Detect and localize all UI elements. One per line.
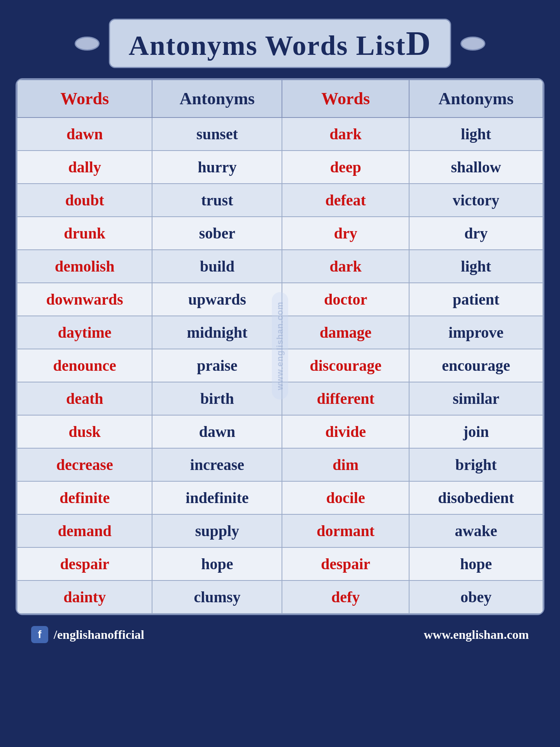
word-cell-2: dark [282,250,409,283]
antonym-cell-2: shallow [409,151,543,184]
antonym-cell: supply [152,514,282,547]
table-row: daintyclumsydefyobey [17,580,543,614]
word-cell: dawn [17,117,152,151]
word-cell: decrease [17,448,152,481]
antonyms-table-container: Words Antonyms Words Antonyms dawnsunset… [16,78,544,615]
antonym-cell: midnight [152,316,282,349]
word-cell: dainty [17,580,152,614]
antonym-cell-2: light [409,117,543,151]
table-row: denouncepraisediscourageencourage [17,349,543,382]
word-cell: demand [17,514,152,547]
table-row: doubttrustdefeatvictory [17,184,543,217]
antonym-cell-2: light [409,250,543,283]
antonym-cell: hope [152,547,282,580]
table-row: decreaseincreasedimbright [17,448,543,481]
word-cell: death [17,382,152,415]
table-row: daytimemidnightdamageimprove [17,316,543,349]
antonyms-table: Words Antonyms Words Antonyms dawnsunset… [17,79,543,614]
antonym-cell-2: patient [409,283,543,316]
header-oval-left [75,37,100,51]
word-cell: demolish [17,250,152,283]
word-cell-2: dormant [282,514,409,547]
word-cell: definite [17,481,152,514]
table-row: downwardsupwardsdoctorpatient [17,283,543,316]
antonym-cell-2: encourage [409,349,543,382]
page-footer: f /englishanofficial www.englishan.com [16,618,544,651]
header-oval-right [460,37,485,51]
facebook-icon: f [31,626,48,643]
footer-social: f /englishanofficial [31,626,144,643]
antonym-cell: upwards [152,283,282,316]
title-text: Antonyms Words List [129,30,406,61]
antonym-cell: hurry [152,151,282,184]
antonym-cell: sunset [152,117,282,151]
antonym-cell-2: improve [409,316,543,349]
table-header: Words Antonyms Words Antonyms [17,80,543,117]
antonym-cell: praise [152,349,282,382]
word-cell-2: dry [282,217,409,250]
antonym-cell: clumsy [152,580,282,614]
table-row: dallyhurrydeepshallow [17,151,543,184]
antonym-cell: increase [152,448,282,481]
antonym-cell-2: awake [409,514,543,547]
word-cell-2: docile [282,481,409,514]
table-row: drunksoberdrydry [17,217,543,250]
antonym-cell-2: hope [409,547,543,580]
antonym-cell-2: disobedient [409,481,543,514]
table-row: despairhopedespairhope [17,547,543,580]
col-antonyms-1: Antonyms [152,80,282,117]
table-row: deathbirthdifferentsimilar [17,382,543,415]
antonym-cell-2: obey [409,580,543,614]
col-words-1: Words [17,80,152,117]
antonym-cell-2: victory [409,184,543,217]
word-cell: dusk [17,415,152,448]
page-title: Antonyms Words ListD [109,19,451,68]
word-cell-2: doctor [282,283,409,316]
word-cell: denounce [17,349,152,382]
word-cell: drunk [17,217,152,250]
page-header: Antonyms Words ListD [16,12,544,77]
word-cell-2: dark [282,117,409,151]
word-cell: daytime [17,316,152,349]
antonym-cell: build [152,250,282,283]
antonym-cell-2: dry [409,217,543,250]
antonym-cell: birth [152,382,282,415]
word-cell: dally [17,151,152,184]
col-words-2: Words [282,80,409,117]
header-row: Words Antonyms Words Antonyms [17,80,543,117]
word-cell-2: damage [282,316,409,349]
table-body: dawnsunsetdarklightdallyhurrydeepshallow… [17,117,543,614]
antonym-cell: trust [152,184,282,217]
word-cell-2: discourage [282,349,409,382]
word-cell-2: different [282,382,409,415]
word-cell-2: despair [282,547,409,580]
word-cell-2: defeat [282,184,409,217]
footer-website: www.englishan.com [424,628,529,642]
word-cell: doubt [17,184,152,217]
word-cell-2: deep [282,151,409,184]
table-row: demandsupplydormantawake [17,514,543,547]
antonym-cell-2: join [409,415,543,448]
table-row: demolishbuilddarklight [17,250,543,283]
antonym-cell: dawn [152,415,282,448]
word-cell-2: divide [282,415,409,448]
word-cell: despair [17,547,152,580]
title-letter: D [406,25,432,62]
antonym-cell: sober [152,217,282,250]
table-row: duskdawndividejoin [17,415,543,448]
table-wrapper: Words Antonyms Words Antonyms dawnsunset… [16,77,544,615]
word-cell-2: defy [282,580,409,614]
antonym-cell: indefinite [152,481,282,514]
word-cell-2: dim [282,448,409,481]
antonym-cell-2: similar [409,382,543,415]
table-row: dawnsunsetdarklight [17,117,543,151]
fb-handle: /englishanofficial [54,628,144,642]
word-cell: downwards [17,283,152,316]
antonym-cell-2: bright [409,448,543,481]
col-antonyms-2: Antonyms [409,80,543,117]
table-row: definiteindefinitedociledisobedient [17,481,543,514]
